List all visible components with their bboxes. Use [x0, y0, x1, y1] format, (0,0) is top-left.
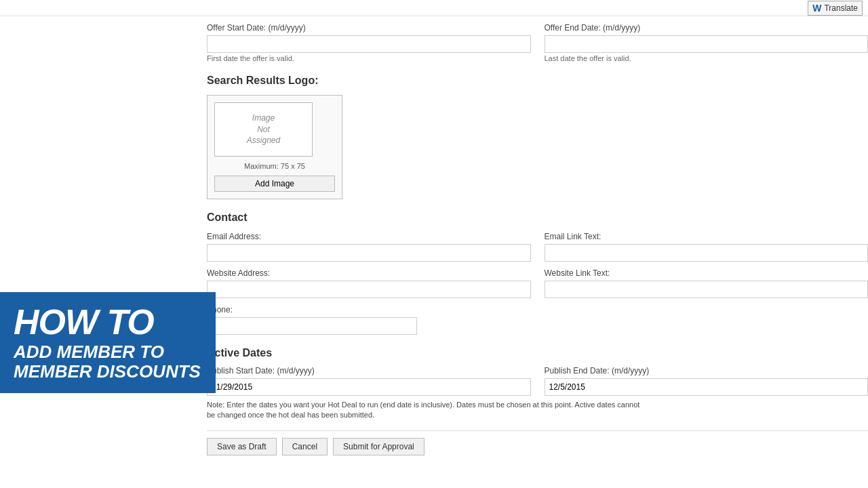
email-address-group: Email Address:	[207, 232, 531, 262]
email-address-label: Email Address:	[207, 232, 531, 241]
publish-end-label: Publish End Date: (m/d/yyyy)	[545, 366, 869, 375]
website-address-group: Website Address:	[207, 268, 531, 298]
phone-spacer	[431, 305, 868, 335]
contact-section: Contact Email Address: Email Link Text: …	[207, 211, 868, 335]
offer-end-input[interactable]	[545, 35, 869, 53]
submit-approval-button[interactable]: Submit for Approval	[333, 438, 425, 455]
image-max-label: Maximum: 75 x 75	[214, 162, 335, 170]
active-dates-title: Active Dates	[207, 347, 868, 359]
banner-subtitle: ADD MEMBER TO MEMBER DISCOUNTS	[14, 342, 202, 381]
publish-end-input[interactable]	[545, 378, 869, 396]
email-address-input[interactable]	[207, 244, 531, 262]
side-banner: HOW TO ADD MEMBER TO MEMBER DISCOUNTS	[0, 292, 216, 393]
translate-button[interactable]: W Translate	[808, 1, 863, 16]
active-dates-section: Active Dates Publish Start Date: (m/d/yy…	[207, 347, 868, 421]
phone-label: Phone:	[207, 305, 417, 314]
contact-website-row: Website Address: Website Link Text:	[207, 268, 868, 298]
contact-email-row: Email Address: Email Link Text:	[207, 232, 868, 262]
website-link-text-input[interactable]	[545, 281, 869, 298]
image-placeholder-text: Image Not Assigned	[247, 113, 280, 146]
offer-start-hint: First date the offer is valid.	[207, 54, 531, 62]
publish-end-group: Publish End Date: (m/d/yyyy)	[545, 366, 869, 396]
website-address-label: Website Address:	[207, 268, 531, 278]
banner-how-to: HOW TO	[14, 304, 202, 340]
image-placeholder: Image Not Assigned	[214, 102, 313, 157]
dates-row: Publish Start Date: (m/d/yyyy) Publish E…	[207, 366, 868, 396]
phone-input[interactable]	[207, 317, 417, 335]
offer-end-label: Offer End Date: (m/d/yyyy)	[545, 23, 869, 33]
email-link-text-input[interactable]	[545, 244, 869, 262]
add-image-button[interactable]: Add Image	[214, 176, 335, 192]
offer-end-hint: Last date the offer is valid.	[545, 54, 869, 62]
main-content: Offer Start Date: (m/d/yyyy) First date …	[0, 16, 868, 488]
publish-start-label: Publish Start Date: (m/d/yyyy)	[207, 366, 531, 375]
publish-start-group: Publish Start Date: (m/d/yyyy)	[207, 366, 531, 396]
logo-section: Search Results Logo: Image Not Assigned …	[207, 75, 868, 199]
image-box: Image Not Assigned Maximum: 75 x 75 Add …	[207, 95, 342, 199]
contact-phone-row: Phone:	[207, 305, 868, 335]
offer-start-input[interactable]	[207, 35, 531, 53]
offer-dates-row: Offer Start Date: (m/d/yyyy) First date …	[207, 23, 868, 62]
offer-start-group: Offer Start Date: (m/d/yyyy) First date …	[207, 23, 531, 62]
save-draft-button[interactable]: Save as Draft	[207, 438, 277, 455]
publish-start-input[interactable]	[207, 378, 531, 396]
offer-end-group: Offer End Date: (m/d/yyyy) Last date the…	[545, 23, 869, 62]
website-address-input[interactable]	[207, 281, 531, 298]
contact-title: Contact	[207, 211, 868, 224]
top-bar: W Translate	[0, 0, 868, 16]
logo-section-title: Search Results Logo:	[207, 75, 868, 87]
email-link-text-label: Email Link Text:	[545, 232, 869, 241]
website-link-text-label: Website Link Text:	[545, 268, 869, 278]
email-link-text-group: Email Link Text:	[545, 232, 869, 262]
offer-start-label: Offer Start Date: (m/d/yyyy)	[207, 23, 531, 33]
phone-group: Phone:	[207, 305, 417, 335]
offer-dates-section: Offer Start Date: (m/d/yyyy) First date …	[207, 23, 868, 62]
active-dates-note: Note: Enter the dates you want your Hot …	[207, 400, 641, 421]
cancel-button[interactable]: Cancel	[282, 438, 328, 455]
translate-icon: W	[812, 3, 821, 14]
website-link-text-group: Website Link Text:	[545, 268, 869, 298]
action-buttons: Save as Draft Cancel Submit for Approval	[207, 430, 868, 462]
translate-label: Translate	[824, 3, 858, 13]
